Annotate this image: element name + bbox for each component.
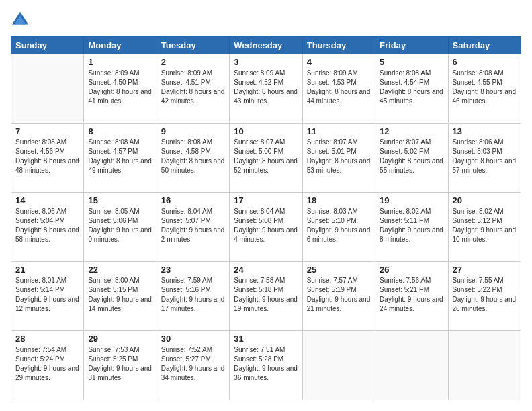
calendar-cell: 27Sunrise: 7:55 AMSunset: 5:22 PMDayligh… xyxy=(448,262,521,331)
calendar-cell: 19Sunrise: 8:02 AMSunset: 5:11 PMDayligh… xyxy=(375,193,448,262)
day-info: Sunrise: 8:09 AMSunset: 4:52 PMDaylight:… xyxy=(234,68,298,106)
calendar-cell: 13Sunrise: 8:06 AMSunset: 5:03 PMDayligh… xyxy=(448,124,521,193)
day-info: Sunrise: 8:09 AMSunset: 4:50 PMDaylight:… xyxy=(88,68,152,106)
day-number: 19 xyxy=(380,195,443,205)
day-info: Sunrise: 7:58 AMSunset: 5:18 PMDaylight:… xyxy=(234,276,298,314)
header xyxy=(11,11,521,30)
calendar-cell: 15Sunrise: 8:05 AMSunset: 5:06 PMDayligh… xyxy=(84,193,157,262)
day-number: 27 xyxy=(453,265,517,275)
day-info: Sunrise: 8:01 AMSunset: 5:14 PMDaylight:… xyxy=(15,276,79,314)
day-info: Sunrise: 7:55 AMSunset: 5:22 PMDaylight:… xyxy=(453,276,517,314)
day-number: 18 xyxy=(307,195,371,205)
day-number: 24 xyxy=(234,265,298,275)
calendar-cell: 23Sunrise: 7:59 AMSunset: 5:16 PMDayligh… xyxy=(157,262,229,331)
day-info: Sunrise: 8:04 AMSunset: 5:08 PMDaylight:… xyxy=(234,207,298,244)
calendar-cell xyxy=(448,331,521,400)
day-info: Sunrise: 8:07 AMSunset: 5:01 PMDaylight:… xyxy=(307,138,371,175)
day-number: 10 xyxy=(234,126,298,136)
day-number: 1 xyxy=(88,57,152,67)
calendar-cell: 1Sunrise: 8:09 AMSunset: 4:50 PMDaylight… xyxy=(84,54,157,124)
day-number: 4 xyxy=(307,57,371,67)
calendar-cell: 22Sunrise: 8:00 AMSunset: 5:15 PMDayligh… xyxy=(84,262,157,331)
day-info: Sunrise: 8:08 AMSunset: 4:57 PMDaylight:… xyxy=(88,138,152,175)
day-info: Sunrise: 8:07 AMSunset: 5:02 PMDaylight:… xyxy=(380,138,443,175)
day-number: 30 xyxy=(161,334,225,344)
calendar-cell: 21Sunrise: 8:01 AMSunset: 5:14 PMDayligh… xyxy=(11,262,84,331)
day-number: 29 xyxy=(88,334,152,344)
col-header-tuesday: Tuesday xyxy=(157,37,229,54)
day-number: 13 xyxy=(453,126,517,136)
day-number: 22 xyxy=(88,265,152,275)
day-info: Sunrise: 8:08 AMSunset: 4:58 PMDaylight:… xyxy=(161,138,225,175)
calendar-cell: 31Sunrise: 7:51 AMSunset: 5:28 PMDayligh… xyxy=(230,331,302,400)
day-info: Sunrise: 8:02 AMSunset: 5:12 PMDaylight:… xyxy=(453,207,517,244)
calendar-cell: 9Sunrise: 8:08 AMSunset: 4:58 PMDaylight… xyxy=(157,124,229,193)
day-number: 5 xyxy=(380,57,443,67)
calendar-cell: 26Sunrise: 7:56 AMSunset: 5:21 PMDayligh… xyxy=(375,262,448,331)
calendar-week-row: 7Sunrise: 8:08 AMSunset: 4:56 PMDaylight… xyxy=(11,124,521,193)
day-number: 28 xyxy=(15,334,79,344)
calendar-cell: 20Sunrise: 8:02 AMSunset: 5:12 PMDayligh… xyxy=(448,193,521,262)
day-info: Sunrise: 8:04 AMSunset: 5:07 PMDaylight:… xyxy=(161,207,225,244)
col-header-sunday: Sunday xyxy=(11,37,84,54)
calendar-cell: 2Sunrise: 8:09 AMSunset: 4:51 PMDaylight… xyxy=(157,54,229,124)
col-header-friday: Friday xyxy=(375,37,448,54)
day-info: Sunrise: 7:51 AMSunset: 5:28 PMDaylight:… xyxy=(234,345,298,383)
day-number: 21 xyxy=(15,265,79,275)
calendar-header-row: SundayMondayTuesdayWednesdayThursdayFrid… xyxy=(11,37,521,54)
calendar-week-row: 28Sunrise: 7:54 AMSunset: 5:24 PMDayligh… xyxy=(11,331,521,400)
calendar-cell xyxy=(302,331,375,400)
day-number: 15 xyxy=(88,195,152,205)
day-number: 25 xyxy=(307,265,371,275)
day-info: Sunrise: 8:02 AMSunset: 5:11 PMDaylight:… xyxy=(380,207,443,244)
calendar-cell: 18Sunrise: 8:03 AMSunset: 5:10 PMDayligh… xyxy=(302,193,375,262)
calendar-cell xyxy=(11,54,84,124)
day-number: 14 xyxy=(15,195,79,205)
day-info: Sunrise: 8:08 AMSunset: 4:54 PMDaylight:… xyxy=(380,68,443,106)
day-info: Sunrise: 7:59 AMSunset: 5:16 PMDaylight:… xyxy=(161,276,225,314)
calendar-cell: 6Sunrise: 8:08 AMSunset: 4:55 PMDaylight… xyxy=(448,54,521,124)
calendar-cell: 7Sunrise: 8:08 AMSunset: 4:56 PMDaylight… xyxy=(11,124,84,193)
calendar-cell: 8Sunrise: 8:08 AMSunset: 4:57 PMDaylight… xyxy=(84,124,157,193)
day-number: 11 xyxy=(307,126,371,136)
day-info: Sunrise: 8:09 AMSunset: 4:53 PMDaylight:… xyxy=(307,68,371,106)
page: SundayMondayTuesdayWednesdayThursdayFrid… xyxy=(0,0,532,411)
calendar-week-row: 14Sunrise: 8:06 AMSunset: 5:04 PMDayligh… xyxy=(11,193,521,262)
calendar-cell: 16Sunrise: 8:04 AMSunset: 5:07 PMDayligh… xyxy=(157,193,229,262)
calendar-cell: 10Sunrise: 8:07 AMSunset: 5:00 PMDayligh… xyxy=(230,124,302,193)
day-info: Sunrise: 8:07 AMSunset: 5:00 PMDaylight:… xyxy=(234,138,298,175)
calendar-cell: 29Sunrise: 7:53 AMSunset: 5:25 PMDayligh… xyxy=(84,331,157,400)
day-number: 7 xyxy=(15,126,79,136)
calendar-cell: 30Sunrise: 7:52 AMSunset: 5:27 PMDayligh… xyxy=(157,331,229,400)
day-number: 17 xyxy=(234,195,298,205)
day-info: Sunrise: 8:09 AMSunset: 4:51 PMDaylight:… xyxy=(161,68,225,106)
calendar-cell: 25Sunrise: 7:57 AMSunset: 5:19 PMDayligh… xyxy=(302,262,375,331)
day-info: Sunrise: 7:57 AMSunset: 5:19 PMDaylight:… xyxy=(307,276,371,314)
col-header-monday: Monday xyxy=(84,37,157,54)
calendar-cell: 3Sunrise: 8:09 AMSunset: 4:52 PMDaylight… xyxy=(230,54,302,124)
calendar-cell: 17Sunrise: 8:04 AMSunset: 5:08 PMDayligh… xyxy=(230,193,302,262)
col-header-saturday: Saturday xyxy=(448,37,521,54)
calendar-cell: 28Sunrise: 7:54 AMSunset: 5:24 PMDayligh… xyxy=(11,331,84,400)
day-number: 12 xyxy=(380,126,443,136)
day-info: Sunrise: 7:56 AMSunset: 5:21 PMDaylight:… xyxy=(380,276,443,314)
day-number: 26 xyxy=(380,265,443,275)
col-header-thursday: Thursday xyxy=(302,37,375,54)
day-info: Sunrise: 8:06 AMSunset: 5:04 PMDaylight:… xyxy=(15,207,79,244)
calendar-cell: 12Sunrise: 8:07 AMSunset: 5:02 PMDayligh… xyxy=(375,124,448,193)
day-number: 3 xyxy=(234,57,298,67)
day-info: Sunrise: 8:06 AMSunset: 5:03 PMDaylight:… xyxy=(453,138,517,175)
day-number: 2 xyxy=(161,57,225,67)
calendar-cell: 14Sunrise: 8:06 AMSunset: 5:04 PMDayligh… xyxy=(11,193,84,262)
calendar-cell xyxy=(375,331,448,400)
day-number: 8 xyxy=(88,126,152,136)
day-number: 9 xyxy=(161,126,225,136)
day-number: 31 xyxy=(234,334,298,344)
logo xyxy=(11,11,32,30)
calendar-table: SundayMondayTuesdayWednesdayThursdayFrid… xyxy=(11,36,521,400)
calendar-week-row: 21Sunrise: 8:01 AMSunset: 5:14 PMDayligh… xyxy=(11,262,521,331)
day-info: Sunrise: 7:52 AMSunset: 5:27 PMDaylight:… xyxy=(161,345,225,383)
day-number: 20 xyxy=(453,195,517,205)
day-info: Sunrise: 8:08 AMSunset: 4:55 PMDaylight:… xyxy=(453,68,517,106)
day-info: Sunrise: 8:03 AMSunset: 5:10 PMDaylight:… xyxy=(307,207,371,244)
